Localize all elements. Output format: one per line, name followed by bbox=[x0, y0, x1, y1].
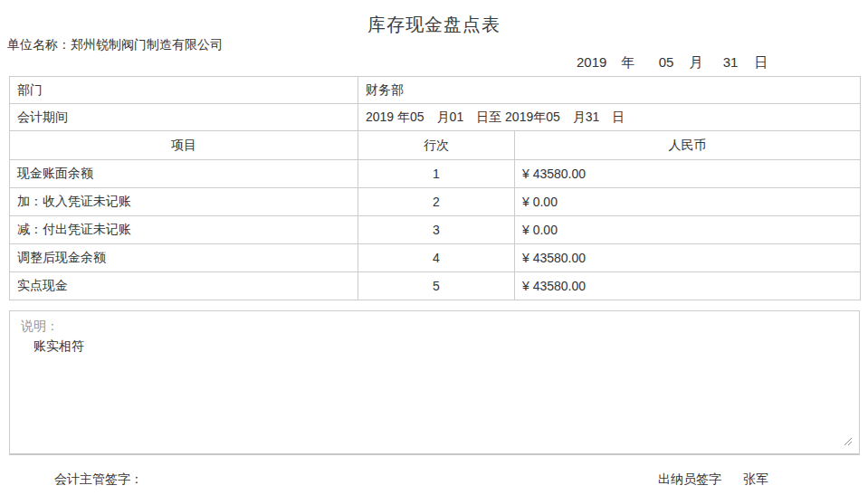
table-row-period: 会计期间 2019 年05 月01 日至 2019年05 月31 日 bbox=[10, 104, 861, 131]
table-row: 调整后现金余额 4 ¥ 43580.00 bbox=[10, 244, 861, 272]
accounting-supervisor-signature-label: 会计主管签字： bbox=[54, 471, 143, 488]
cell-line: 5 bbox=[358, 272, 515, 300]
cashier-signature-name: 张军 bbox=[743, 471, 768, 486]
page-title: 库存现金盘点表 bbox=[0, 13, 868, 37]
cashier-signature: 出纳员签字 张军 bbox=[658, 471, 768, 488]
signature-row: 会计主管签字： 出纳员签字 张军 bbox=[0, 471, 868, 490]
table-row: 减：付出凭证未记账 3 ¥ 0.00 bbox=[10, 216, 861, 244]
cell-amount: ¥ 43580.00 bbox=[515, 244, 861, 272]
date-year: 2019 bbox=[577, 54, 606, 70]
column-header-currency: 人民币 bbox=[515, 131, 861, 160]
period-label-cell: 会计期间 bbox=[10, 104, 358, 131]
date-day-label: 日 bbox=[755, 54, 768, 71]
table-header-row: 项目 行次 人民币 bbox=[10, 131, 861, 160]
department-value-cell: 财务部 bbox=[358, 77, 861, 104]
cell-amount: ¥ 43580.00 bbox=[515, 272, 861, 300]
cell-item: 加：收入凭证未记账 bbox=[10, 188, 358, 216]
cell-amount: ¥ 43580.00 bbox=[515, 160, 861, 188]
cell-item: 减：付出凭证未记账 bbox=[10, 216, 358, 244]
date-month-label: 月 bbox=[690, 54, 703, 71]
date-year-label: 年 bbox=[622, 54, 635, 71]
column-header-line: 行次 bbox=[358, 131, 515, 160]
cash-count-table: 部门 财务部 会计期间 2019 年05 月01 日至 2019年05 月31 … bbox=[9, 76, 861, 300]
cell-line: 3 bbox=[358, 216, 515, 244]
note-box: 说明： 账实相符 bbox=[9, 310, 860, 455]
cell-line: 2 bbox=[358, 188, 515, 216]
table-row: 加：收入凭证未记账 2 ¥ 0.00 bbox=[10, 188, 861, 216]
note-textarea[interactable]: 账实相符 bbox=[10, 337, 866, 436]
header-date: 2019 年 05 月 31 日 bbox=[577, 54, 768, 71]
cell-item: 实点现金 bbox=[10, 272, 358, 300]
column-header-item: 项目 bbox=[10, 131, 358, 160]
department-label-cell: 部门 bbox=[10, 77, 358, 104]
cell-amount: ¥ 0.00 bbox=[515, 216, 861, 244]
date-month: 05 bbox=[659, 54, 674, 70]
date-day: 31 bbox=[723, 54, 739, 70]
table-row: 现金账面余额 1 ¥ 43580.00 bbox=[10, 160, 861, 188]
resize-grip-icon[interactable] bbox=[843, 436, 852, 445]
cashier-signature-label: 出纳员签字 bbox=[658, 471, 721, 486]
cell-item: 现金账面余额 bbox=[10, 160, 358, 188]
period-value-cell: 2019 年05 月01 日至 2019年05 月31 日 bbox=[358, 104, 861, 131]
table-row-department: 部门 财务部 bbox=[10, 77, 861, 104]
cash-count-sheet-page: 库存现金盘点表 单位名称：郑州锐制阀门制造有限公司 2019 年 05 月 31… bbox=[0, 0, 868, 495]
cell-amount: ¥ 0.00 bbox=[515, 188, 861, 216]
cell-line: 1 bbox=[358, 160, 515, 188]
cell-line: 4 bbox=[358, 244, 515, 272]
note-label: 说明： bbox=[10, 311, 859, 335]
table-row: 实点现金 5 ¥ 43580.00 bbox=[10, 272, 861, 300]
cell-item: 调整后现金余额 bbox=[10, 244, 358, 272]
unit-name-label: 单位名称：郑州锐制阀门制造有限公司 bbox=[7, 37, 223, 53]
